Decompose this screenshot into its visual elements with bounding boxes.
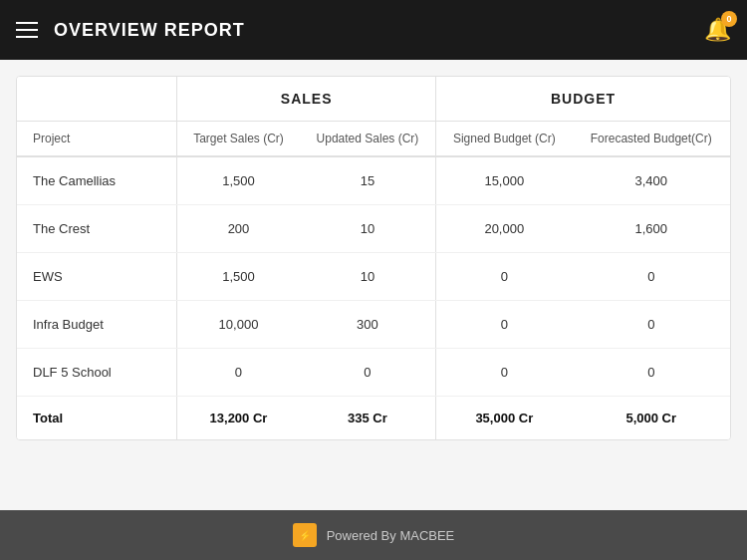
cell-target-sales: 10,000 <box>177 301 300 349</box>
page-title: OVERVIEW REPORT <box>54 20 245 41</box>
app-footer: ⚡ Powered By MACBEE <box>0 510 747 560</box>
cell-updated-sales: 300 <box>300 301 436 349</box>
cell-target-sales: 1,500 <box>177 156 300 205</box>
cell-signed-budget: 0 <box>436 253 573 301</box>
cell-project: The Camellias <box>17 156 177 205</box>
cell-forecasted-budget: 3,400 <box>572 156 730 205</box>
cell-updated-sales: 10 <box>300 253 436 301</box>
total-label: Total <box>17 397 177 440</box>
cell-project: EWS <box>17 253 177 301</box>
col-signed-budget: Signed Budget (Cr) <box>436 122 573 157</box>
cell-signed-budget: 0 <box>436 349 573 397</box>
overview-table: SALES BUDGET Project Target Sales (Cr) U… <box>17 77 730 439</box>
cell-updated-sales: 15 <box>300 156 436 205</box>
notification-badge: 0 <box>721 11 737 27</box>
cell-forecasted-budget: 0 <box>572 301 730 349</box>
cell-signed-budget: 0 <box>436 301 573 349</box>
cell-target-sales: 200 <box>177 205 300 253</box>
cell-signed-budget: 20,000 <box>436 205 573 253</box>
table-row: EWS 1,500 10 0 0 <box>17 253 730 301</box>
group-header-row: SALES BUDGET <box>17 77 730 122</box>
col-project: Project <box>17 122 177 157</box>
budget-group-header: BUDGET <box>436 77 730 122</box>
cell-project: Infra Budget <box>17 301 177 349</box>
cell-forecasted-budget: 0 <box>572 349 730 397</box>
main-content: SALES BUDGET Project Target Sales (Cr) U… <box>0 60 747 510</box>
cell-updated-sales: 0 <box>300 349 436 397</box>
empty-group-header <box>17 77 177 122</box>
total-target-sales: 13,200 Cr <box>177 397 300 440</box>
overview-table-container: SALES BUDGET Project Target Sales (Cr) U… <box>16 76 731 440</box>
total-forecasted-budget: 5,000 Cr <box>572 397 730 440</box>
table-body: The Camellias 1,500 15 15,000 3,400 The … <box>17 156 730 397</box>
cell-project: DLF 5 School <box>17 349 177 397</box>
notification-bell[interactable]: 🔔 0 <box>704 17 731 43</box>
total-updated-sales: 335 Cr <box>300 397 436 440</box>
table-footer: Total 13,200 Cr 335 Cr 35,000 Cr 5,000 C… <box>17 397 730 440</box>
col-header-row: Project Target Sales (Cr) Updated Sales … <box>17 122 730 157</box>
table-row: The Camellias 1,500 15 15,000 3,400 <box>17 156 730 205</box>
cell-target-sales: 0 <box>177 349 300 397</box>
col-updated-sales: Updated Sales (Cr) <box>300 122 436 157</box>
table-row: The Crest 200 10 20,000 1,600 <box>17 205 730 253</box>
table-row: DLF 5 School 0 0 0 0 <box>17 349 730 397</box>
total-signed-budget: 35,000 Cr <box>436 397 573 440</box>
sales-group-header: SALES <box>177 77 436 122</box>
col-target-sales: Target Sales (Cr) <box>177 122 300 157</box>
total-row: Total 13,200 Cr 335 Cr 35,000 Cr 5,000 C… <box>17 397 730 440</box>
header-left: OVERVIEW REPORT <box>16 20 245 41</box>
cell-target-sales: 1,500 <box>177 253 300 301</box>
macbee-logo: ⚡ <box>293 523 317 547</box>
col-forecasted-budget: Forecasted Budget(Cr) <box>572 122 730 157</box>
cell-forecasted-budget: 0 <box>572 253 730 301</box>
app-header: OVERVIEW REPORT 🔔 0 <box>0 0 747 60</box>
footer-text: Powered By MACBEE <box>327 528 455 543</box>
cell-project: The Crest <box>17 205 177 253</box>
hamburger-menu[interactable] <box>16 22 38 38</box>
cell-signed-budget: 15,000 <box>436 156 573 205</box>
cell-updated-sales: 10 <box>300 205 436 253</box>
table-row: Infra Budget 10,000 300 0 0 <box>17 301 730 349</box>
cell-forecasted-budget: 1,600 <box>572 205 730 253</box>
